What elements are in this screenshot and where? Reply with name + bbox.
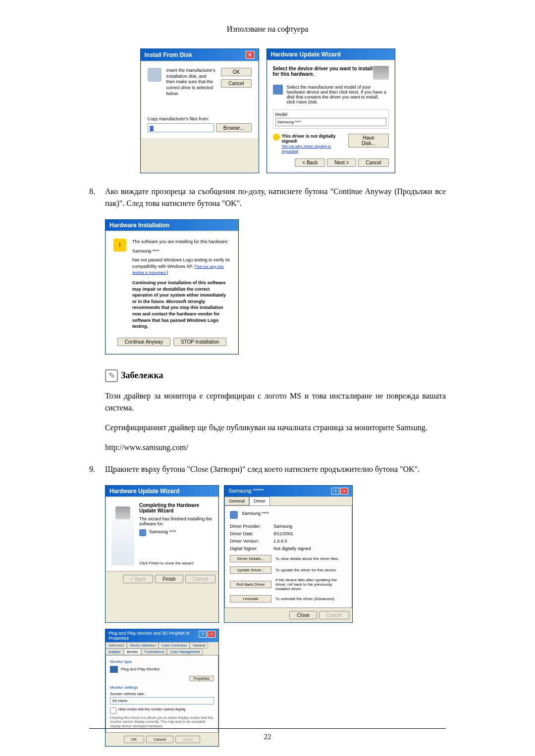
ok-button[interactable]: OK <box>221 68 251 76</box>
date-label: Driver Date: <box>230 531 269 536</box>
dialog-titlebar: Plug and Play Monitor and 3D Prophet III… <box>106 629 218 642</box>
dialog-titlebar: Install From Disk × <box>141 49 259 61</box>
click-finish-text: Click Finish to close the wizard. <box>139 561 213 565</box>
help-icon[interactable]: ? <box>331 488 339 495</box>
hardware-update-wizard-dialog: Hardware Update Wizard Select the device… <box>267 49 395 173</box>
rollback-desc: If the device fails after updating the d… <box>275 578 347 591</box>
properties-button[interactable]: Properties <box>189 676 214 681</box>
hide-modes-note: Clearing this check box allows you to se… <box>110 716 214 728</box>
wizard-graphic <box>111 503 134 565</box>
step-9: 9. Щракнете върху бутона "Close (Затвори… <box>89 463 446 475</box>
uninstall-desc: To uninstall the driver (Advanced). <box>275 597 347 601</box>
version-label: Driver Version: <box>230 539 269 544</box>
help-icon[interactable]: ? <box>199 631 207 638</box>
driver-details-button[interactable]: Driver Details... <box>230 555 271 562</box>
tab-device-selection[interactable]: Device Selection <box>127 642 159 649</box>
have-disk-button[interactable]: Have Disk... <box>348 134 388 148</box>
complete-heading: Completing the Hardware Update Wizard <box>139 503 199 513</box>
date-value: 9/11/2001 <box>273 531 293 536</box>
monitor-settings-label: Monitor settings <box>110 685 214 690</box>
dialog-title-text: Hardware Update Wizard <box>271 51 341 58</box>
note-title: Забележка <box>121 370 163 381</box>
tab-monitor[interactable]: Monitor <box>124 649 141 655</box>
provider-value: Samsung <box>273 524 292 529</box>
cancel-button[interactable]: Cancel <box>358 158 388 167</box>
device-icon <box>230 511 238 519</box>
device-name: Samsung **** <box>242 511 269 519</box>
step-text: Ако виждате прозореца за съобщения по-до… <box>105 186 446 209</box>
page-footer: 22 <box>0 728 535 741</box>
install-from-disk-dialog: Install From Disk × Insert the manufactu… <box>140 49 259 173</box>
dialog-title-text: Samsung ***** <box>228 488 264 495</box>
device-name: Samsung **** <box>132 248 230 254</box>
file-path-input[interactable]: ▓ <box>148 123 214 132</box>
tab-color-management[interactable]: Color Management <box>167 649 203 655</box>
disk-icon <box>148 68 161 82</box>
tab-general[interactable]: General <box>224 497 249 505</box>
continue-anyway-button[interactable]: Continue Anyway <box>117 338 170 346</box>
version-value: 1.0.0.0 <box>273 539 287 544</box>
install-instruction: Insert the manufacturer's installation d… <box>166 68 216 97</box>
signer-value: Not digitally signed <box>273 546 311 551</box>
hide-modes-checkbox[interactable] <box>110 707 116 714</box>
page-header: Използване на софтуера <box>89 25 446 34</box>
signer-label: Digital Signer: <box>230 546 269 551</box>
update-driver-button[interactable]: Update Driver... <box>230 566 271 574</box>
tell-me-link[interactable]: Tell me why driver signing is important <box>282 144 331 153</box>
finish-button[interactable]: Finish <box>155 575 183 583</box>
wizard-icon <box>373 66 389 80</box>
tab-adapter[interactable]: Adapter <box>106 649 124 655</box>
not-signed-text: This driver is not digitally signed! <box>282 134 336 144</box>
page-number: 22 <box>0 733 535 741</box>
driver-properties-dialog: Samsung ***** ? × General Driver Samsung… <box>224 485 353 623</box>
hardware-installation-dialog: Hardware Installation ! The software you… <box>105 219 239 354</box>
warning-icon <box>273 134 280 141</box>
dialog-title-text: Plug and Play Monitor and 3D Prophet III… <box>108 631 199 641</box>
back-button[interactable]: < Back <box>295 158 325 167</box>
wizard-instruction: Select the manufacturer and model of you… <box>287 85 389 104</box>
step-number: 8. <box>89 186 99 209</box>
finished-text: The wizard has finished installing the s… <box>139 516 213 526</box>
tab-geforce[interactable]: GeForce3 <box>106 642 127 649</box>
tab-driver[interactable]: Driver <box>249 497 270 505</box>
dialog-title-text: Hardware Update Wizard <box>109 488 179 495</box>
next-button[interactable]: Next > <box>327 158 356 167</box>
details-desc: To view details about the driver files. <box>275 556 347 561</box>
device-icon <box>273 85 283 95</box>
rollback-driver-button[interactable]: Roll Back Driver <box>230 581 271 588</box>
uninstall-button[interactable]: Uninstall <box>230 595 271 603</box>
step-8: 8. Ако виждате прозореца за съобщения по… <box>89 186 446 209</box>
dialog-row-2: Hardware Update Wizard Completing the Ha… <box>105 485 446 623</box>
close-icon[interactable]: × <box>246 51 255 59</box>
device-icon <box>139 529 146 536</box>
note-paragraph-1: Този драйвер за монитора е сертифициран … <box>105 390 446 414</box>
wizard-heading: Select the device driver you want to ins… <box>273 66 373 77</box>
cancel-button[interactable]: Cancel <box>221 79 251 88</box>
close-icon[interactable]: × <box>208 631 215 638</box>
dialog-title-text: Install From Disk <box>145 51 193 58</box>
refresh-rate-select[interactable]: 60 Hertz <box>110 697 214 705</box>
tab-color-correction[interactable]: Color Correction <box>159 642 190 649</box>
close-button[interactable]: Close <box>289 611 317 619</box>
dialog-titlebar: Hardware Update Wizard <box>267 49 395 60</box>
hide-modes-label: Hide modes that this monitor cannot disp… <box>118 707 186 714</box>
tab-troubleshoot[interactable]: Troubleshoot <box>141 649 167 655</box>
tab-general[interactable]: General <box>190 642 208 649</box>
cancel-button: Cancel <box>319 611 349 619</box>
note-icon: ✎ <box>105 369 118 382</box>
dialog-row-1: Install From Disk × Insert the manufactu… <box>89 49 446 173</box>
model-label: Model <box>275 112 386 117</box>
dialog-titlebar: Hardware Update Wizard <box>106 486 218 497</box>
stop-installation-button[interactable]: STOP Installation <box>173 338 226 346</box>
note-url: http://www.samsung.com/ <box>105 442 446 454</box>
warning-text: Continuing your installation of this sof… <box>132 280 230 330</box>
update-desc: To update the driver for this device. <box>275 568 347 572</box>
note-paragraph-2: Сертифицираният драйвер ще бъде публикув… <box>105 422 446 434</box>
monitor-type-label: Monitor type <box>110 659 214 664</box>
exclamation-icon: ! <box>113 239 126 252</box>
step-number: 9. <box>89 463 99 475</box>
model-list[interactable]: Samsung **** <box>275 118 386 126</box>
dialog-title-text: Hardware Installation <box>109 222 169 229</box>
browse-button[interactable]: Browse... <box>216 123 252 132</box>
close-icon[interactable]: × <box>340 488 348 495</box>
